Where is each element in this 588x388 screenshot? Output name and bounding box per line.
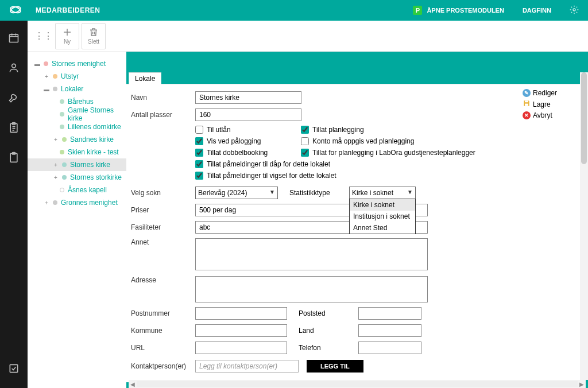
form-actions: ✎Rediger Lagre ✕Avbryt: [523, 89, 557, 122]
svg-rect-11: [525, 104, 528, 106]
toolbar: ⋮⋮ Ny Slett: [28, 21, 588, 52]
tree-item-storkirke[interactable]: +Stornes storkirke: [28, 171, 126, 184]
edit-icon: ✎: [523, 89, 531, 97]
stattype-option-institusjon[interactable]: Institusjon i soknet: [350, 211, 415, 222]
nav-export-icon[interactable]: [8, 363, 20, 377]
svg-rect-3: [10, 34, 18, 42]
label-kontakt: Kontaktperson(er): [131, 362, 195, 370]
label-adresse: Adresse: [131, 276, 195, 284]
proste-badge-icon: P: [413, 6, 422, 15]
tilutlan-checkbox[interactable]: [195, 126, 203, 134]
stattype-dropdown: Kirke i soknet Institusjon i soknet Anne…: [349, 199, 416, 234]
congregation-tree: ▬Stornes menighet +Utstyr ▬Lokaler Båreh…: [28, 52, 126, 388]
delete-button[interactable]: Slett: [82, 23, 106, 49]
label-url: URL: [131, 344, 195, 352]
vis-ved-checkbox[interactable]: [195, 137, 203, 145]
left-navigation: [0, 21, 28, 388]
annet-textarea[interactable]: [195, 238, 428, 270]
postnummer-input[interactable]: [195, 307, 287, 320]
label-land: Land: [299, 327, 358, 335]
save-action[interactable]: Lagre: [523, 99, 557, 109]
scroll-right-icon[interactable]: ▶: [578, 381, 586, 387]
label-kommune: Kommune: [131, 327, 195, 335]
cancel-icon: ✕: [523, 111, 531, 119]
delete-button-label: Slett: [88, 38, 99, 45]
nav-clipboard-icon[interactable]: [8, 122, 20, 135]
horizontal-scrollbar[interactable]: ◀ ▶: [129, 380, 586, 388]
pam-vigsel-checkbox[interactable]: [195, 172, 203, 180]
tree-item-stornes-kirke[interactable]: +Stornes kirke: [28, 158, 126, 171]
cancel-action[interactable]: ✕Avbryt: [523, 111, 557, 119]
proste-label: ÅPNE PROSTEMODULEN: [427, 7, 504, 14]
nav-calendar-icon[interactable]: [8, 32, 20, 46]
scroll-left-icon[interactable]: ◀: [129, 381, 137, 387]
label-stattype: Statistikktype: [289, 189, 349, 197]
nav-person-icon[interactable]: [8, 62, 20, 76]
product-name: MEDARBEIDEREN: [36, 6, 100, 14]
stattype-select[interactable]: [349, 187, 416, 199]
konto-ma-checkbox[interactable]: [301, 137, 309, 145]
tillat-labora-checkbox[interactable]: [301, 149, 309, 157]
telefon-input[interactable]: [358, 342, 421, 354]
pam-dap-checkbox[interactable]: [195, 160, 203, 168]
label-velgsokn: Velg sokn: [131, 189, 195, 197]
tree-item-asnes[interactable]: Åsnes kapell: [28, 184, 126, 196]
svg-rect-10: [525, 100, 528, 102]
tillat-db-checkbox[interactable]: [195, 149, 203, 157]
tab-lokale[interactable]: Lokale: [129, 72, 161, 84]
new-button-label: Ny: [64, 38, 71, 45]
tree-item-lillenes[interactable]: Lillenes domkirke: [28, 121, 126, 133]
nav-clipboard2-icon[interactable]: [8, 152, 20, 165]
sokn-select[interactable]: [195, 187, 278, 199]
svg-point-4: [12, 64, 16, 68]
label-postnr: Postnummer: [131, 309, 195, 317]
toolbar-grip-icon[interactable]: ⋮⋮: [34, 30, 53, 41]
land-input[interactable]: [358, 324, 421, 337]
tree-item-sandnes[interactable]: +Sandnes kirke: [28, 133, 126, 146]
stattype-option-kirke[interactable]: Kirke i soknet: [350, 199, 415, 211]
tree-item-lokaler[interactable]: ▬Lokaler: [28, 83, 126, 95]
poststed-input[interactable]: [358, 307, 421, 320]
svg-rect-9: [10, 364, 17, 372]
edit-action[interactable]: ✎Rediger: [523, 89, 557, 97]
label-telefon: Telefon: [299, 344, 358, 352]
user-name[interactable]: DAGFINN: [523, 7, 551, 14]
tree-item-gamle[interactable]: Gamle Stornes kirke: [28, 108, 126, 121]
navn-input[interactable]: [195, 91, 301, 104]
save-icon: [523, 99, 531, 109]
tree-item-gronnes[interactable]: +Gronnes menighet: [28, 196, 126, 209]
url-input[interactable]: [195, 342, 287, 354]
label-navn: Navn: [131, 94, 195, 102]
label-annet: Annet: [131, 238, 195, 246]
tree-item-stornes-menighet[interactable]: ▬Stornes menighet: [28, 57, 126, 70]
stattype-option-annet[interactable]: Annet Sted: [350, 222, 415, 234]
vertical-scrollbar[interactable]: [580, 72, 588, 380]
tree-item-utstyr[interactable]: +Utstyr: [28, 70, 126, 83]
tree-item-skien[interactable]: Skien kirke - test: [28, 146, 126, 158]
antall-input[interactable]: [195, 108, 301, 121]
new-button[interactable]: Ny: [55, 23, 79, 49]
open-prostemodul-button[interactable]: P ÅPNE PROSTEMODULEN: [413, 6, 504, 15]
content-area: Lokale ✎Rediger Lagre ✕Avbryt Navn Antal…: [126, 52, 588, 388]
nav-wrench-icon[interactable]: [8, 92, 20, 106]
adresse-textarea[interactable]: [195, 276, 428, 302]
app-logo-icon: [9, 3, 22, 18]
topbar: MEDARBEIDEREN P ÅPNE PROSTEMODULEN DAGFI…: [0, 0, 588, 21]
label-fasiliteter: Fasiliteter: [131, 223, 195, 231]
kommune-input[interactable]: [195, 324, 287, 337]
label-priser: Priser: [131, 206, 195, 214]
label-poststed: Poststed: [299, 309, 358, 317]
legg-til-button[interactable]: LEGG TIL: [307, 360, 363, 373]
gear-icon[interactable]: [570, 5, 579, 16]
kontaktperson-input[interactable]: [195, 360, 299, 373]
label-antall: Antall plasser: [131, 111, 195, 119]
tillat-plan-checkbox[interactable]: [301, 126, 309, 134]
svg-point-2: [573, 9, 575, 11]
